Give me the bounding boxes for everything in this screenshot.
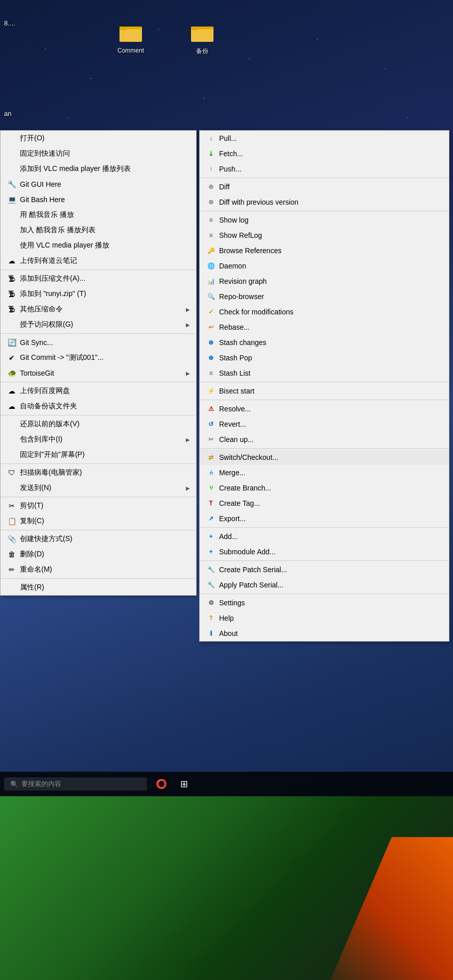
left-menu-item-cut[interactable]: ✂剪切(T) (1, 498, 196, 513)
include-lib-text: 包含到库中(I) (20, 435, 186, 444)
left-menu-item-send-to[interactable]: 发送到(N)▶ (1, 480, 196, 496)
separator-after-right-export (200, 527, 449, 528)
create-branch-icon: ⑂ (206, 483, 216, 493)
create-branch-text: Create Branch... (219, 484, 443, 492)
right-menu-item-add[interactable]: +Add... (200, 529, 449, 544)
right-menu-item-create-tag[interactable]: TCreate Tag... (200, 496, 449, 511)
right-menu-item-merge[interactable]: ⑃Merge... (200, 465, 449, 480)
right-menu-item-pull[interactable]: ↓Pull... (200, 131, 449, 146)
bisect-start-text: Bisect start (219, 387, 443, 395)
left-menu-item-include-lib[interactable]: 包含到库中(I)▶ (1, 432, 196, 447)
right-menu-item-settings[interactable]: ⚙Settings (200, 595, 449, 610)
right-menu-item-create-branch[interactable]: ⑂Create Branch... (200, 480, 449, 496)
stash-pop-icon: ⊕ (206, 353, 216, 363)
diff-prev-icon: ⊕ (206, 197, 216, 207)
taskbar-circle-btn[interactable]: ⭕ (151, 774, 172, 794)
diff-icon: ⊕ (206, 182, 216, 192)
left-menu-item-git-bash[interactable]: 💻Git Bash Here (1, 192, 196, 207)
taskbar-grid-btn[interactable]: ⊞ (174, 774, 194, 794)
left-menu-item-scan-virus[interactable]: 🛡扫描病毒(电脑管家) (1, 465, 196, 480)
left-menu-item-grant-access[interactable]: 授予访问权限(G)▶ (1, 317, 196, 332)
auto-backup-text: 自动备份该文件夹 (20, 402, 190, 411)
left-menu-item-compress-runyi[interactable]: 🗜添加到 "runyi.zip" (T) (1, 286, 196, 302)
left-menu-item-open[interactable]: 打开(O) (1, 131, 196, 146)
netease-add-icon (7, 225, 17, 235)
rebase-icon: ↩ (206, 322, 216, 332)
right-menu-item-browse-refs[interactable]: 🔑Browse References (200, 243, 449, 258)
right-menu-item-resolve[interactable]: ⚠Resolve... (200, 401, 449, 416)
right-menu-item-revert[interactable]: ↺Revert... (200, 416, 449, 432)
switch-checkout-text: Switch/Checkout... (219, 453, 443, 461)
desktop-icon-backup[interactable]: 备份 (190, 20, 214, 56)
right-menu-item-submodule-add[interactable]: +Submodule Add... (200, 544, 449, 559)
left-menu-item-restore-prev[interactable]: 还原以前的版本(V) (1, 416, 196, 432)
right-menu-item-show-reflog[interactable]: ≡Show RefLog (200, 228, 449, 243)
left-menu-item-rename[interactable]: ✏重命名(M) (1, 562, 196, 577)
left-menu-item-create-shortcut[interactable]: 📎创建快捷方式(S) (1, 531, 196, 547)
switch-checkout-icon: ⇄ (206, 452, 216, 462)
baidu-upload-text: 上传到百度网盘 (20, 386, 190, 396)
right-menu-item-diff-prev[interactable]: ⊕Diff with previous version (200, 194, 449, 210)
right-menu-item-stash-pop[interactable]: ⊕Stash Pop (200, 350, 449, 365)
diff-prev-text: Diff with previous version (219, 198, 443, 206)
left-menu-item-auto-backup[interactable]: ☁自动备份该文件夹 (1, 399, 196, 414)
left-menu-item-tortoisegit[interactable]: 🐢TortoiseGit▶ (1, 365, 196, 381)
right-menu-item-help[interactable]: ?Help (200, 610, 449, 626)
git-bash-text: Git Bash Here (20, 195, 190, 204)
taskbar-search[interactable]: 🔍 要搜索的内容 (4, 777, 147, 791)
left-menu-item-pin-quick[interactable]: 固定到快速访问 (1, 146, 196, 161)
right-menu-item-apply-patch[interactable]: 🔧Apply Patch Serial... (200, 577, 449, 593)
right-menu-item-fetch[interactable]: ⤓Fetch... (200, 146, 449, 161)
context-menu-left: 打开(O)固定到快速访问添加到 VLC media player 播放列表🔧Gi… (0, 130, 197, 596)
left-menu-item-youdao[interactable]: ☁上传到有道云笔记 (1, 253, 196, 268)
export-text: Export... (219, 514, 443, 523)
left-menu-item-netease-add[interactable]: 加入 酷我音乐 播放列表 (1, 223, 196, 238)
desktop-icon-comment[interactable]: Comment (117, 20, 144, 54)
left-menu-item-compress-other[interactable]: 🗜其他压缩命令▶ (1, 302, 196, 317)
left-menu-item-add-vlc[interactable]: 添加到 VLC media player 播放列表 (1, 161, 196, 177)
grant-access-icon (7, 320, 17, 330)
right-menu-item-clean-up[interactable]: ✂Clean up... (200, 432, 449, 447)
right-menu-item-diff[interactable]: ⊕Diff (200, 179, 449, 194)
right-menu-item-stash-list[interactable]: ≡Stash List (200, 365, 449, 381)
right-menu-item-revision-graph[interactable]: 📊Revision graph (200, 274, 449, 289)
left-menu-item-netease-play[interactable]: 用 酷我音乐 播放 (1, 207, 196, 223)
right-menu-item-switch-checkout[interactable]: ⇄Switch/Checkout... (200, 450, 449, 465)
pull-icon: ↓ (206, 133, 216, 143)
browse-refs-text: Browse References (219, 247, 443, 255)
search-icon: 🔍 (10, 780, 18, 788)
left-menu-item-delete[interactable]: 🗑删除(D) (1, 547, 196, 562)
left-menu-item-compress-add[interactable]: 🗜添加到压缩文件(A)... (1, 271, 196, 286)
right-menu-item-bisect-start[interactable]: ⚡Bisect start (200, 383, 449, 399)
right-menu-item-export[interactable]: ↗Export... (200, 511, 449, 526)
left-menu-item-properties[interactable]: 属性(R) (1, 580, 196, 595)
apply-patch-text: Apply Patch Serial... (219, 581, 443, 589)
right-menu-item-daemon[interactable]: 🌐Daemon (200, 258, 449, 274)
right-menu-item-stash-changes[interactable]: ⊕Stash changes (200, 335, 449, 350)
left-menu-item-copy[interactable]: 📋复制(C) (1, 513, 196, 529)
svg-rect-2 (120, 27, 127, 30)
left-menu-item-git-gui[interactable]: 🔧Git GUI Here (1, 177, 196, 192)
right-menu-item-repo-browser[interactable]: 🔍Repo-browser (200, 289, 449, 304)
left-menu-item-pin-start[interactable]: 固定到"开始"屏幕(P) (1, 447, 196, 462)
left-menu-item-baidu-upload[interactable]: ☁上传到百度网盘 (1, 383, 196, 399)
right-menu-item-about[interactable]: ℹAbout (200, 626, 449, 641)
compress-other-icon: 🗜 (7, 304, 17, 314)
git-bash-icon: 💻 (7, 194, 17, 205)
cut-text: 剪切(T) (20, 501, 190, 510)
copy-text: 复制(C) (20, 517, 190, 526)
right-menu-item-rebase[interactable]: ↩Rebase... (200, 320, 449, 335)
right-menu-item-create-patch[interactable]: 🔧Create Patch Serial... (200, 562, 449, 577)
right-menu-item-push[interactable]: ↑Push... (200, 161, 449, 177)
left-menu-item-vlc-play[interactable]: 使用 VLC media player 播放 (1, 238, 196, 253)
clean-up-text: Clean up... (219, 435, 443, 444)
create-tag-icon: T (206, 498, 216, 508)
cut-icon: ✂ (7, 501, 17, 511)
left-menu-item-git-sync[interactable]: 🔄Git Sync... (1, 335, 196, 350)
right-menu-item-show-log[interactable]: ≡Show log (200, 212, 449, 228)
stash-pop-text: Stash Pop (219, 354, 443, 362)
push-icon: ↑ (206, 164, 216, 174)
pin-quick-icon (7, 149, 17, 159)
left-menu-item-git-commit[interactable]: ✔Git Commit -> "测试001"... (1, 350, 196, 365)
right-menu-item-check-mods[interactable]: ✓Check for modifications (200, 304, 449, 320)
